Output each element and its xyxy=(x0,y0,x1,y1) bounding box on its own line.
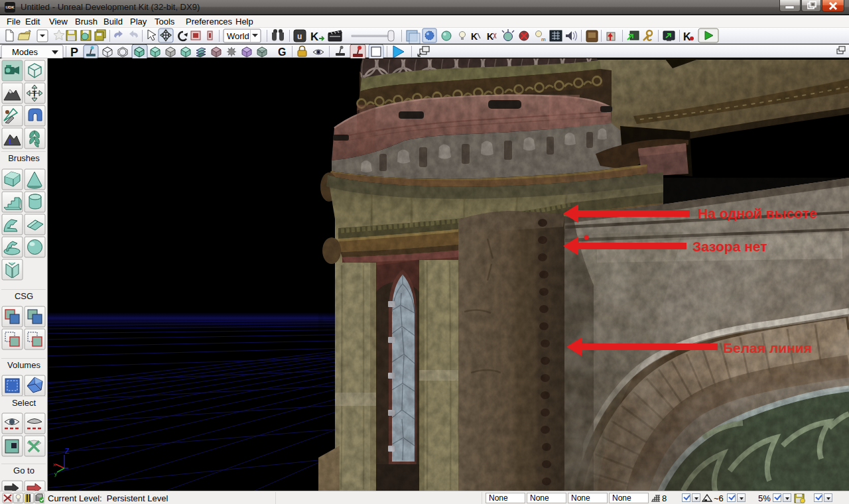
svg-text:K: K xyxy=(683,31,691,42)
svg-text:G: G xyxy=(278,46,286,58)
svg-text:u: u xyxy=(297,32,302,41)
svg-text:K: K xyxy=(487,31,493,42)
svg-text:x: x xyxy=(53,462,56,468)
svg-text:m: m xyxy=(541,36,546,42)
svg-text:K: K xyxy=(310,31,319,43)
svg-text:T: T xyxy=(33,90,37,97)
svg-text:K: K xyxy=(471,31,478,42)
svg-text:Зазора нет: Зазора нет xyxy=(692,239,767,254)
svg-text:CSG: CSG xyxy=(15,291,33,301)
svg-text:Go to: Go to xyxy=(13,466,34,475)
svg-text:World: World xyxy=(227,31,249,41)
svg-text:Brushes: Brushes xyxy=(8,153,40,163)
svg-text:На одной высоте: На одной высоте xyxy=(698,206,817,221)
svg-text:Modes: Modes xyxy=(12,47,38,57)
svg-text:Белая линия: Белая линия xyxy=(723,340,812,355)
svg-text:Z: Z xyxy=(65,447,70,455)
svg-text:Volumes: Volumes xyxy=(7,360,40,370)
svg-text:L: L xyxy=(9,138,13,146)
svg-text:P: P xyxy=(70,46,78,59)
svg-text:y: y xyxy=(54,471,57,477)
svg-text:Select: Select xyxy=(12,398,36,408)
